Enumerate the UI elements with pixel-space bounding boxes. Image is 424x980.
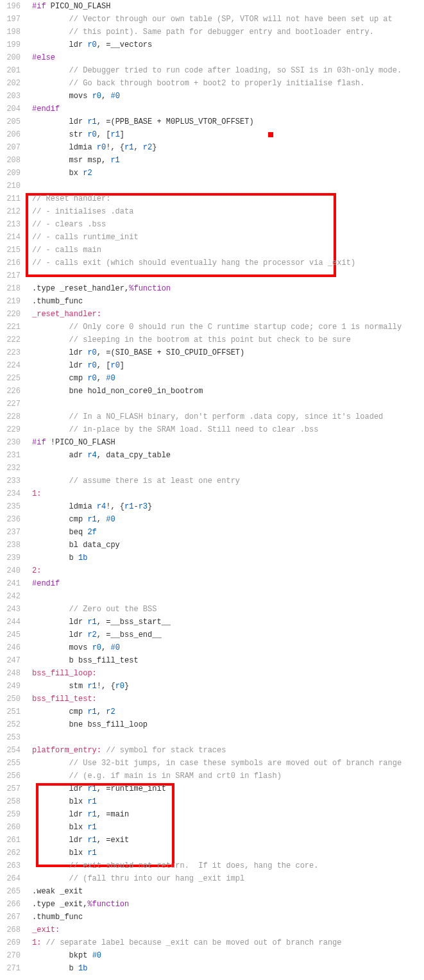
code-token: r1: [87, 682, 96, 691]
code-token: // assume there is at least one entry: [69, 477, 240, 486]
code-token: r0: [92, 92, 101, 101]
code-line: 205 ldr r1, =(PPB_BASE + M0PLUS_VTOR_OFF…: [0, 115, 424, 128]
line-number: 224: [0, 359, 26, 372]
line-number: 209: [0, 167, 26, 180]
code-token: #0: [110, 643, 119, 652]
line-number: 228: [0, 410, 26, 423]
code-token: movs: [69, 643, 92, 652]
code-token: // symbol for stack traces: [106, 746, 226, 755]
line-number: 212: [0, 205, 26, 218]
code-line: 252 bne bss_fill_loop: [0, 718, 424, 731]
code-token: bne hold_non_core0_in_bootrom: [69, 387, 203, 396]
code-token: // Vector through our own table (SP, VTO…: [69, 15, 393, 24]
line-content: bkpt #0: [26, 949, 101, 962]
code-token: r4: [97, 502, 106, 511]
code-token: // Go back through bootrom + boot2 to pr…: [69, 79, 365, 88]
line-content: ldmia r0!, {r1, r2}: [26, 141, 157, 154]
code-token: blx: [69, 823, 88, 832]
code-token: ,: [97, 515, 106, 524]
line-content: #endif: [26, 103, 60, 115]
code-line: 256 // (e.g. if main is in SRAM and crt0…: [0, 770, 424, 782]
line-content: // Go back through bootrom + boot2 to pr…: [26, 77, 364, 90]
code-line: 271 b 1b: [0, 962, 424, 975]
code-token: r1: [124, 143, 133, 152]
code-line: 266.type _exit,%function: [0, 898, 424, 911]
line-number: 263: [0, 859, 26, 872]
code-line: 270 bkpt #0: [0, 949, 424, 962]
code-token: , data_cpy_table: [97, 451, 171, 460]
code-token: 2f: [87, 528, 96, 537]
code-line: 228 // In a NO_FLASH binary, don't perfo…: [0, 410, 424, 423]
code-token: !, {: [106, 143, 124, 152]
line-content: // In a NO_FLASH binary, don't perform .…: [26, 410, 383, 423]
code-token: ldmia: [69, 502, 97, 511]
line-number: 244: [0, 616, 26, 629]
code-token: r2: [87, 630, 96, 639]
code-token: , =main: [97, 810, 129, 819]
line-number: 199: [0, 38, 26, 51]
line-content: ldr r1, =exit: [26, 834, 129, 847]
code-line: 232: [0, 462, 424, 475]
code-line: 241#endif: [0, 577, 424, 590]
line-content: ldr r0, [r0]: [26, 359, 124, 372]
line-number: 258: [0, 795, 26, 808]
code-line: 206 str r0, [r1]: [0, 128, 424, 141]
line-content: // Vector through our own table (SP, VTO…: [26, 13, 393, 26]
code-line: 229 // in-place by the SRAM load. Still …: [0, 423, 424, 436]
code-token: #0: [110, 92, 119, 101]
code-token: r0: [87, 130, 96, 139]
line-content: bss_fill_test:: [26, 693, 97, 705]
line-content: cmp r1, #0: [26, 513, 115, 526]
line-content: // - clears .bss: [26, 218, 106, 231]
line-number: 196: [0, 0, 26, 13]
code-line: 259 ldr r1, =main: [0, 808, 424, 821]
code-line: 244 ldr r1, =__bss_start__: [0, 616, 424, 629]
line-number: 226: [0, 385, 26, 398]
code-token: r0: [87, 361, 96, 370]
code-token: movs: [69, 92, 92, 101]
code-token: %function: [129, 284, 171, 293]
code-token: r1: [87, 707, 96, 716]
code-token: 1:: [32, 938, 41, 947]
line-content: // this point). Same path for debugger e…: [26, 26, 374, 38]
code-line: 238 bl data_cpy: [0, 539, 424, 552]
line-number: 222: [0, 334, 26, 346]
line-content: ldmia r4!, {r1-r3}: [26, 500, 152, 513]
line-number: 198: [0, 26, 26, 38]
line-content: // (e.g. if main is in SRAM and crt0 in …: [26, 770, 282, 782]
line-content: // sleeping in the bootrom at this point…: [26, 334, 351, 346]
code-token: #if: [32, 2, 46, 11]
code-token: !, {: [106, 502, 124, 511]
code-token: 1b: [78, 964, 87, 973]
line-content: ldr r1, =main: [26, 808, 129, 821]
line-number: 229: [0, 423, 26, 436]
line-content: // Only core 0 should run the C runtime …: [26, 321, 402, 334]
line-content: bx r2: [26, 167, 92, 180]
line-content: bss_fill_loop:: [26, 667, 97, 680]
code-token: // (e.g. if main is in SRAM and crt0 in …: [69, 772, 282, 781]
line-content: #if PICO_NO_FLASH: [26, 0, 110, 13]
line-content: ldr r1, =(PPB_BASE + M0PLUS_VTOR_OFFSET): [26, 115, 254, 128]
line-content: // - initialises .data: [26, 205, 133, 218]
line-content: str r0, [r1]: [26, 128, 124, 141]
code-token: // - initialises .data: [32, 207, 133, 216]
line-content: movs r0, #0: [26, 641, 120, 654]
line-content: .weak _exit: [26, 885, 83, 898]
line-number: 259: [0, 808, 26, 821]
code-token: !, {: [97, 682, 115, 691]
code-line: 2402:: [0, 564, 424, 577]
code-line: 258 blx r1: [0, 795, 424, 808]
line-number: 257: [0, 782, 26, 795]
code-line: 200#else: [0, 51, 424, 64]
code-line: 235 ldmia r4!, {r1-r3}: [0, 500, 424, 513]
code-block: 196#if PICO_NO_FLASH197 // Vector throug…: [0, 0, 424, 975]
code-token: r1: [87, 849, 96, 858]
code-line: 236 cmp r1, #0: [0, 513, 424, 526]
code-token: r2: [106, 707, 115, 716]
code-line: 223 ldr r0, =(SIO_BASE + SIO_CPUID_OFFSE…: [0, 346, 424, 359]
code-line: 196#if PICO_NO_FLASH: [0, 0, 424, 13]
line-number: 251: [0, 705, 26, 718]
line-number: 227: [0, 398, 26, 410]
line-number: 211: [0, 192, 26, 205]
code-token: // In a NO_FLASH binary, don't perform .…: [69, 412, 384, 421]
